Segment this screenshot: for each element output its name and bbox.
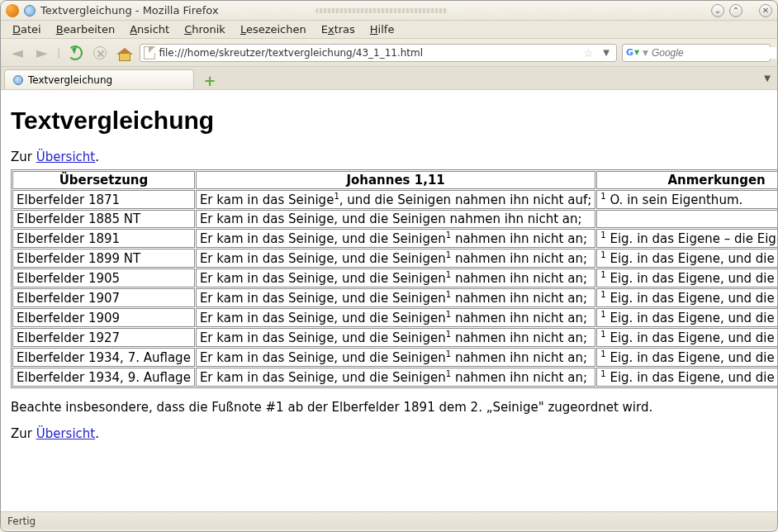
- tab-active[interactable]: Textvergleichung: [4, 69, 194, 89]
- globe-icon: [13, 75, 23, 85]
- cell-annotation: 1 Eig. in das Eigene, und die Eigenen.: [596, 328, 777, 347]
- cell-translation: Elberfelder 1905: [12, 268, 195, 287]
- table-row: Elberfelder 1891Er kam in das Seinige, u…: [12, 229, 777, 248]
- cell-verse: Er kam in das Seinige, und die Seinigen1…: [196, 308, 595, 327]
- menu-ansicht[interactable]: Ansicht: [123, 21, 176, 37]
- tab-label: Textvergleichung: [28, 74, 112, 86]
- table-row: Elberfelder 1885 NTEr kam in das Seinige…: [12, 210, 777, 228]
- table-row: Elberfelder 1899 NTEr kam in das Seinige…: [12, 249, 777, 268]
- cell-annotation: 1 Eig. in das Eigene, und die Eigenen.: [596, 368, 777, 387]
- th-uebersetzung: Übersetzung: [12, 171, 195, 189]
- cell-translation: Elberfelder 1885 NT: [12, 210, 195, 228]
- statusbar: Fertig: [1, 511, 777, 530]
- menu-chronik[interactable]: Chronik: [178, 21, 232, 37]
- page-content: Textvergleichung Zur Übersicht. Übersetz…: [1, 90, 777, 511]
- url-dropdown-icon[interactable]: ▼: [600, 48, 613, 57]
- page-heading: Textvergleichung: [11, 107, 767, 135]
- table-header-row: Übersetzung Johannes 1,11 Anmerkungen: [12, 171, 777, 189]
- table-row: Elberfelder 1905Er kam in das Seinige, u…: [12, 268, 777, 287]
- titlebar-grip: [315, 8, 448, 13]
- stop-button[interactable]: [90, 43, 110, 63]
- window-title: Textvergleichung - Mozilla Firefox: [40, 4, 299, 17]
- cell-verse: Er kam in das Seinige, und die Seinigen1…: [196, 348, 595, 367]
- search-input[interactable]: [652, 47, 776, 59]
- forward-button[interactable]: ►: [32, 43, 52, 63]
- cell-translation: Elberfelder 1934, 9. Auflage: [12, 368, 195, 387]
- close-button[interactable]: ✕: [759, 4, 772, 17]
- cell-annotation: 1 Eig. in das Eigene, und die Eigenen.: [596, 308, 777, 327]
- link-uebersicht-top[interactable]: Übersicht: [36, 150, 96, 164]
- comparison-table: Übersetzung Johannes 1,11 Anmerkungen El…: [11, 169, 777, 388]
- url-text: file:///home/skreutzer/textvergleichung/…: [159, 47, 580, 59]
- cell-translation: Elberfelder 1891: [12, 229, 195, 248]
- page-icon: [144, 46, 155, 59]
- th-vers: Johannes 1,11: [196, 171, 595, 189]
- table-row: Elberfelder 1927Er kam in das Seinige, u…: [12, 328, 777, 347]
- table-row: Elberfelder 1934, 9. AuflageEr kam in da…: [12, 368, 777, 387]
- maximize-button[interactable]: ⌃: [729, 4, 742, 17]
- cell-annotation: 1 O. in sein Eigenthum.: [596, 190, 777, 209]
- google-icon: G▼: [626, 46, 639, 59]
- cell-verse: Er kam in das Seinige, und die Seinigen1…: [196, 249, 595, 268]
- cell-verse: Er kam in das Seinige, und die Seinigen1…: [196, 328, 595, 347]
- tabs-dropdown-icon[interactable]: ▼: [764, 74, 771, 83]
- cell-verse: Er kam in das Seinige1, und die Seinigen…: [196, 190, 595, 209]
- cell-annotation: [596, 210, 777, 228]
- menu-lesezeichen[interactable]: Lesezeichen: [234, 21, 313, 37]
- th-anmerkungen: Anmerkungen: [596, 171, 777, 189]
- menu-hilfe[interactable]: Hilfe: [363, 21, 401, 37]
- cell-translation: Elberfelder 1927: [12, 328, 195, 347]
- cell-verse: Er kam in das Seinige, und die Seinigen1…: [196, 229, 595, 248]
- reload-button[interactable]: [65, 43, 85, 63]
- cell-annotation: 1 Eig. in das Eigene, und die Eigenen.: [596, 348, 777, 367]
- link-uebersicht-bottom[interactable]: Übersicht: [36, 426, 96, 441]
- cell-translation: Elberfelder 1934, 7. Auflage: [12, 348, 195, 367]
- table-row: Elberfelder 1934, 7. AuflageEr kam in da…: [12, 348, 777, 367]
- cell-translation: Elberfelder 1909: [12, 308, 195, 327]
- home-button[interactable]: [115, 43, 135, 63]
- cell-translation: Elberfelder 1871: [12, 190, 195, 209]
- titlebar: Textvergleichung - Mozilla Firefox ⌄ ⌃ ✕: [1, 1, 777, 21]
- menu-datei[interactable]: Datei: [6, 21, 48, 37]
- note-paragraph: Beachte insbesondere, dass die Fußnote #…: [11, 400, 767, 415]
- menubar: Datei Bearbeiten Ansicht Chronik Lesezei…: [1, 21, 777, 39]
- cell-translation: Elberfelder 1907: [12, 288, 195, 307]
- search-box[interactable]: G▼ ▼ 🔍: [622, 44, 771, 62]
- globe-icon: [24, 5, 36, 17]
- cell-annotation: 1 Eig. in das Eigene, und die Eigenen.: [596, 288, 777, 307]
- cell-annotation: 1 Eig. in das Eigene, und die Eigenen.: [596, 249, 777, 268]
- toolbar: ◄ ► | file:///home/skreutzer/textverglei…: [1, 39, 777, 67]
- minimize-button[interactable]: ⌄: [711, 4, 724, 17]
- cell-verse: Er kam in das Seinige, und die Seinigen1…: [196, 368, 595, 387]
- status-text: Fertig: [7, 515, 36, 527]
- nav-bottom: Zur Übersicht.: [11, 426, 767, 441]
- table-row: Elberfelder 1909Er kam in das Seinige, u…: [12, 308, 777, 327]
- menu-bearbeiten[interactable]: Bearbeiten: [50, 21, 121, 37]
- cell-verse: Er kam in das Seinige, und die Seinigen …: [196, 210, 595, 228]
- url-bar[interactable]: file:///home/skreutzer/textvergleichung/…: [140, 44, 617, 62]
- firefox-icon: [6, 4, 19, 17]
- tabbar: Textvergleichung + ▼: [1, 67, 777, 90]
- cell-verse: Er kam in das Seinige, und die Seinigen1…: [196, 288, 595, 307]
- bookmark-star-icon[interactable]: ☆: [583, 46, 596, 59]
- table-row: Elberfelder 1907Er kam in das Seinige, u…: [12, 288, 777, 307]
- cell-annotation: 1 Eig. in das Eigene, und die Eigenen.: [596, 268, 777, 287]
- cell-verse: Er kam in das Seinige, und die Seinigen1…: [196, 268, 595, 287]
- cell-annotation: 1 Eig. in das Eigene – die Eigenen.: [596, 229, 777, 248]
- cell-translation: Elberfelder 1899 NT: [12, 249, 195, 268]
- nav-top: Zur Übersicht.: [11, 150, 767, 164]
- plus-icon: +: [203, 72, 216, 89]
- table-row: Elberfelder 1871Er kam in das Seinige1, …: [12, 190, 777, 209]
- menu-extras[interactable]: Extras: [315, 21, 362, 37]
- back-button[interactable]: ◄: [7, 43, 27, 63]
- new-tab-button[interactable]: +: [199, 71, 221, 89]
